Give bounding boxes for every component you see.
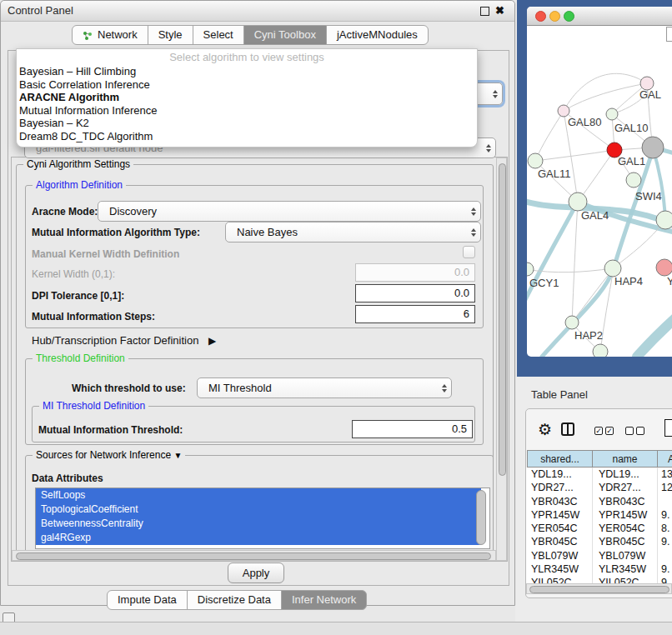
table-row[interactable]: YER054CYER054C8. — [526, 522, 672, 535]
tab-discretize-data[interactable]: Discretize Data — [187, 590, 282, 610]
network-node-green[interactable] — [569, 192, 587, 211]
table-cell[interactable]: YDR27... — [531, 481, 574, 494]
network-node-salmon[interactable] — [656, 259, 672, 276]
tab-infer-network[interactable]: Infer Network — [281, 590, 367, 610]
which-threshold-combobox[interactable]: MI Threshold — [197, 378, 452, 398]
table-cell[interactable]: YDL19... — [531, 468, 572, 481]
attribute-item[interactable]: gal4RGexp — [36, 531, 481, 545]
column-header-shared-name[interactable]: shared... — [527, 450, 593, 468]
network-node-green[interactable] — [565, 316, 579, 329]
table-cell[interactable]: YBR045C — [531, 535, 578, 548]
network-node-green[interactable] — [656, 211, 672, 229]
table-cell[interactable]: YDL19... — [599, 468, 639, 481]
deselect-all-checkbox-icon[interactable] — [625, 427, 644, 435]
new-column-icon[interactable] — [664, 419, 672, 437]
mi-type-combobox[interactable]: Naive Bayes — [225, 222, 481, 242]
table-cell[interactable]: 9. — [661, 535, 669, 548]
table-cell[interactable]: YIL052C — [531, 576, 572, 583]
network-edge[interactable] — [572, 268, 614, 322]
tab-network[interactable]: Network — [72, 25, 148, 45]
network-edge[interactable] — [535, 111, 564, 161]
network-edge[interactable] — [637, 317, 672, 357]
table-row[interactable]: YIL052CYIL052C9 — [526, 576, 672, 583]
close-icon[interactable]: ✖ — [495, 5, 504, 16]
network-node-green[interactable] — [593, 344, 608, 357]
table-cell[interactable]: 9 — [661, 576, 667, 583]
column-header-clipped[interactable]: A — [657, 450, 672, 468]
table-cell[interactable]: 12 — [661, 481, 672, 494]
table-row[interactable]: YBR043CYBR043C — [526, 495, 672, 508]
table-row[interactable]: YBR045CYBR045C9. — [526, 535, 672, 548]
network-node-green[interactable] — [527, 262, 534, 276]
algorithm-option[interactable]: Bayesian – K2 — [17, 117, 477, 130]
table-cell[interactable]: 13 — [661, 468, 672, 481]
tab-select[interactable]: Select — [193, 25, 244, 45]
mi-steps-input[interactable]: 6 — [355, 305, 475, 323]
attribute-item[interactable]: TopologicalCoefficient — [36, 502, 481, 517]
tab-impute-data[interactable]: Impute Data — [107, 590, 188, 610]
horizontal-scrollbar[interactable] — [12, 550, 496, 561]
list-scrollbar-thumb[interactable] — [476, 490, 486, 545]
minimize-traffic-light-icon[interactable] — [549, 11, 560, 22]
table-cell[interactable]: 8. — [661, 522, 669, 535]
hub-definition-expander[interactable]: Hub/Transcription Factor Definition ▶ — [32, 334, 216, 347]
settings-gear-icon[interactable]: ⚙ — [538, 420, 552, 439]
table-cell[interactable]: YPR145W — [531, 508, 579, 522]
network-edge[interactable] — [527, 202, 578, 307]
tab-jactivemnodules[interactable]: jActiveMNodules — [326, 25, 429, 45]
algorithm-option[interactable]: Basic Correlation Inference — [17, 78, 477, 92]
table-cell[interactable]: YLR345W — [599, 562, 646, 576]
table-cell[interactable]: 9. — [661, 508, 669, 522]
columns-icon[interactable] — [561, 422, 574, 436]
algorithm-option[interactable]: ARACNE Algorithm — [17, 91, 477, 104]
table-cell[interactable]: YLR345W — [531, 562, 579, 576]
table-cell[interactable]: YDR27... — [599, 481, 641, 494]
network-edge[interactable] — [564, 83, 647, 111]
table-horizontal-scrollbar[interactable] — [526, 583, 672, 594]
algorithm-option[interactable]: Dream8 DC_TDC Algorithm — [17, 130, 477, 143]
attribute-item[interactable]: SelfLoops — [36, 488, 481, 502]
table-cell[interactable]: YBR045C — [599, 535, 645, 548]
column-header-name[interactable]: name — [592, 450, 658, 468]
manual-kernel-checkbox[interactable] — [463, 246, 475, 258]
aracne-mode-combobox[interactable]: Discovery — [98, 201, 481, 222]
network-window-titlebar[interactable] — [527, 7, 672, 26]
dpi-tolerance-input[interactable]: 0.0 — [355, 284, 475, 302]
network-node-green[interactable] — [606, 108, 618, 120]
float-window-icon[interactable] — [480, 7, 489, 16]
kernel-width-input[interactable]: 0.0 — [355, 263, 475, 282]
network-edge[interactable] — [572, 202, 578, 322]
table-cell[interactable]: YIL052C — [599, 576, 639, 583]
network-canvas[interactable]: GALGAL80GAL10GAL1GAL11SWI4GAL4GCY1HAP4YH… — [527, 25, 672, 357]
algorithm-option[interactable]: Bayesian – Hill Climbing — [17, 65, 477, 78]
network-node-pink[interactable] — [558, 105, 569, 117]
table-cell[interactable]: YER054C — [599, 522, 645, 535]
zoom-traffic-light-icon[interactable] — [564, 11, 574, 22]
table-cell[interactable]: 9. — [661, 562, 669, 576]
table-cell[interactable]: YBL079W — [599, 549, 645, 562]
tab-style[interactable]: Style — [148, 25, 193, 45]
table-cell[interactable]: YBL079W — [531, 549, 578, 562]
vertical-scrollbar[interactable] — [496, 158, 507, 561]
network-edge[interactable] — [535, 150, 614, 161]
tab-cyni-toolbox[interactable]: Cyni Toolbox — [243, 25, 327, 45]
control-panel-titlebar[interactable]: Control Panel ✖ — [1, 1, 514, 22]
apply-button[interactable]: Apply — [228, 562, 284, 583]
attribute-item[interactable]: BetweennessCentrality — [36, 517, 481, 531]
table-row[interactable]: YDR27...YDR27...12 — [526, 481, 672, 494]
table-cell[interactable]: YBR043C — [531, 495, 578, 508]
table-cell[interactable]: YPR145W — [599, 508, 647, 522]
table-row[interactable]: YDL19...YDL19...13 — [526, 468, 672, 481]
close-traffic-light-icon[interactable] — [535, 11, 546, 22]
mi-threshold-input[interactable]: 0.5 — [352, 420, 473, 438]
select-all-checkbox-icon[interactable]: ✓✓ — [594, 427, 614, 435]
network-node-green[interactable] — [604, 260, 621, 277]
table-cell[interactable]: YBR043C — [599, 495, 645, 508]
table-row[interactable]: YBL079WYBL079W — [526, 549, 672, 562]
network-edge[interactable] — [564, 73, 647, 111]
table-row[interactable]: YLR345WYLR345W9. — [526, 562, 672, 576]
network-node-green[interactable] — [626, 172, 641, 188]
network-node-green[interactable] — [528, 153, 543, 168]
table-cell[interactable]: YER054C — [531, 522, 578, 535]
table-row[interactable]: YPR145WYPR145W9. — [526, 508, 672, 522]
